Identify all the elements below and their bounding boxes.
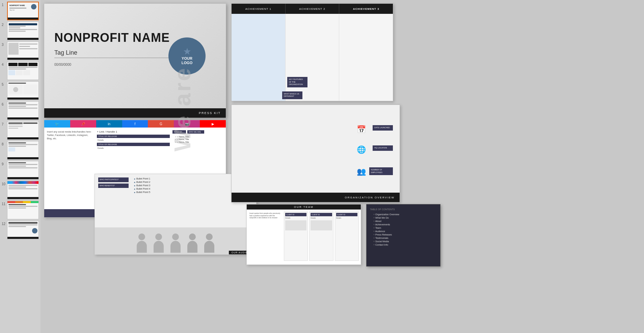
slide-thumb-9[interactable]: 9 <box>2 161 39 179</box>
social-icon-bar: 🐦 📌 in f G 📷 ▶ <box>44 120 226 128</box>
person-1 <box>137 233 147 253</box>
slide-our-team[interactable]: OUR TEAM Insert quotes from people who p… <box>246 204 361 265</box>
linkedin-icon: in <box>96 120 122 128</box>
achievement-header: ACHIEVEMENT 1 ACHIEVEMENT 2 ACHIEVEMENT … <box>232 4 393 14</box>
slides-collage: NONPROFIT NAME Tag Line 00/00/0000 ★ YOU… <box>44 3 641 330</box>
press-detail-1: Details <box>97 139 170 141</box>
slide-thumb-4[interactable]: 4 <box>2 61 39 80</box>
thumb-box-5[interactable] <box>7 81 39 100</box>
what-makes-box: WHAT MAKES US DIFFERENT <box>282 91 302 99</box>
thumb-box-7[interactable] <box>7 121 39 140</box>
team-id-2: CLIENT ID <box>311 213 332 216</box>
achievement-body: KEY FEATURES OF THE ORGANIZATION WHAT MA… <box>232 14 393 101</box>
slide-thumb-2[interactable]: 2 <box>2 22 39 40</box>
toc-item-achievements: Achievements <box>370 223 437 226</box>
thumb-inner-11 <box>7 201 38 219</box>
thumb-box-8[interactable] <box>7 141 39 160</box>
thumb-bar-8 <box>7 157 38 159</box>
org-bottom-bar: ORGANIZATION OVERVIEW <box>232 193 400 202</box>
slide-thumb-5[interactable]: 5 <box>2 81 39 100</box>
toc-item-contact: Contact Info <box>370 244 437 246</box>
team-id-3: CLIENT ID <box>336 213 357 216</box>
slide-thumb-1[interactable]: 1 NONPROFIT NAME Tag Line <box>2 2 39 20</box>
press-box-2: TITLE OF RELEASE Details <box>97 143 170 160</box>
team-member-1: CLIENT ID Details <box>284 212 308 261</box>
toc-item-audience: Audience <box>370 230 437 232</box>
thumb-box-4[interactable] <box>7 61 39 80</box>
hq-location-box: HQ LOCATION <box>373 145 393 151</box>
thumb-inner-2 <box>7 22 38 40</box>
toc-header-label: TABLE OF CONTENTS <box>370 208 437 211</box>
thumb-bar-5 <box>7 98 38 100</box>
audience-figures: OUR AUDIENCE <box>95 227 256 254</box>
slide-table-of-contents[interactable]: TABLE OF CONTENTS Organization Overview … <box>366 204 440 267</box>
person-body-5 <box>204 241 214 253</box>
toc-item-testimonials: Testimonials <box>370 237 437 239</box>
name-1: + Name, Title <box>172 136 223 138</box>
slide-panel: 1 NONPROFIT NAME Tag Line 2 <box>0 0 41 333</box>
title-underline <box>54 58 169 58</box>
person-head-2 <box>155 233 162 240</box>
press-kit-bar: PRESS KIT <box>44 108 226 118</box>
thumb-bar-9 <box>7 177 38 179</box>
thumb-bar-3 <box>7 58 38 60</box>
person-2 <box>154 233 164 253</box>
slide-number-5: 5 <box>2 81 7 86</box>
toc-item-social: Social Media <box>370 240 437 243</box>
slide-achievements[interactable]: ACHIEVEMENT 1 ACHIEVEMENT 2 ACHIEVEMENT … <box>231 3 393 101</box>
slide-thumb-3[interactable]: 3 <box>2 41 39 60</box>
toc-item-team: Team <box>370 227 437 229</box>
achievement-col-2: KEY FEATURES OF THE ORGANIZATION WHAT MA… <box>286 14 340 101</box>
person-body-4 <box>187 241 197 253</box>
slide-org-overview[interactable]: DATE LAUNCHED HQ LOCATION NUMBER OF EMPL… <box>231 105 400 202</box>
instagram-icon: 📷 <box>174 120 200 128</box>
person-head-3 <box>172 233 179 240</box>
thumb-box-12[interactable] <box>7 221 39 239</box>
slide-thumb-10[interactable]: 10 <box>2 181 39 199</box>
date: 00/00/0000 <box>54 63 71 66</box>
person-head-1 <box>138 233 145 240</box>
thumb1-bar <box>8 18 38 20</box>
globe-icon: 🌐 <box>357 145 366 154</box>
person-head-5 <box>206 233 213 240</box>
press-title-2: TITLE OF RELEASE <box>97 143 170 146</box>
star-icon: ★ <box>183 47 191 56</box>
tagline: Tag Line <box>54 49 77 56</box>
slide-thumb-7[interactable]: 7 <box>2 121 39 140</box>
slide-thumb-12[interactable]: 12 <box>2 221 39 239</box>
person-body-1 <box>137 241 147 253</box>
slide-number-4: 4 <box>2 61 7 66</box>
google-icon: G <box>148 120 174 128</box>
team-detail-1: Details <box>285 217 306 219</box>
thumb-box-9[interactable] <box>7 161 39 179</box>
thumb-bar-6 <box>7 117 38 119</box>
slide-thumb-8[interactable]: 8 <box>2 141 39 160</box>
slide-number-1: 1 <box>2 2 7 7</box>
thumb-box-10[interactable] <box>7 181 39 199</box>
thumb-box-1[interactable]: NONPROFIT NAME Tag Line <box>7 2 39 20</box>
thumb-inner-10 <box>7 181 38 199</box>
slide-thumb-6[interactable]: 6 <box>2 101 39 120</box>
thumb-bar-12 <box>7 237 38 239</box>
slide-number-11: 11 <box>2 201 7 206</box>
press-detail-2: Details <box>97 147 170 160</box>
thumb-inner-4 <box>7 62 38 80</box>
toc-item-org: Organization Overview <box>370 213 437 216</box>
thumb-box-3[interactable] <box>7 41 39 60</box>
thumb-inner-7 <box>7 121 38 139</box>
thumb-box-11[interactable] <box>7 201 39 219</box>
thumb-box-6[interactable] <box>7 101 39 120</box>
thumb-inner-1: NONPROFIT NAME Tag Line <box>8 2 38 20</box>
team-content-area: Insert quotes from people who previously… <box>247 210 361 263</box>
team-detail-3: Details <box>336 217 357 219</box>
our-team-header: OUR TEAM <box>247 204 361 210</box>
thumb-bar-7 <box>7 137 38 139</box>
slide-number-9: 9 <box>2 161 7 166</box>
slide-title[interactable]: NONPROFIT NAME Tag Line 00/00/0000 ★ YOU… <box>44 3 226 118</box>
org-bottom-label: ORGANIZATION OVERVIEW <box>345 196 395 199</box>
slide-thumb-11[interactable]: 11 <box>2 201 39 219</box>
who-participates-label: WHO PARTICIPATES? <box>98 177 129 182</box>
thumb-inner-8 <box>7 141 38 159</box>
thumb-box-2[interactable] <box>7 22 39 40</box>
logo-text: YOUR LOGO <box>182 56 192 65</box>
